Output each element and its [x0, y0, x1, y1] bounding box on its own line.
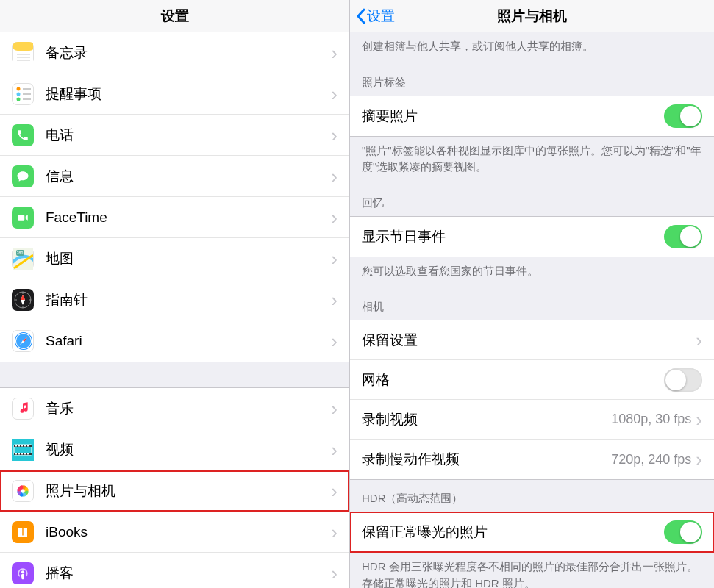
chevron-right-icon: ›: [331, 564, 338, 583]
row-label: 视频: [46, 440, 331, 459]
settings-row-safari[interactable]: Safari›: [0, 320, 349, 362]
settings-row-notes[interactable]: 备忘录›: [0, 32, 349, 74]
settings-row-reminders[interactable]: 提醒事项›: [0, 74, 349, 115]
setting-row[interactable]: 录制视频1080p, 30 fps›: [350, 400, 714, 440]
chevron-left-icon: [356, 8, 365, 24]
podcasts-icon: [12, 562, 34, 584]
maps-icon: 280: [12, 248, 34, 270]
back-label: 设置: [367, 7, 395, 26]
svg-rect-35: [21, 453, 23, 454]
chevron-right-icon: ›: [331, 331, 338, 351]
settings-row-podcasts[interactable]: 播客›: [0, 553, 349, 588]
section-footer: 创建相簿与他人共享，或订阅他人共享的相簿。: [350, 32, 714, 64]
setting-row[interactable]: 显示节日事件: [350, 217, 714, 257]
svg-rect-33: [15, 453, 17, 454]
setting-row[interactable]: 录制慢动作视频720p, 240 fps›: [350, 440, 714, 479]
settings-pane: 设置 备忘录›提醒事项›电话›信息›FaceTime›280地图›指南针›Saf…: [0, 0, 350, 588]
section-footer: HDR 会用三张曝光程度各不相同的照片的最佳部分合并出一张照片。存储正常曝光的照…: [350, 553, 714, 588]
row-label: 照片与相机: [46, 481, 331, 501]
settings-row-photos-camera[interactable]: 照片与相机›: [0, 470, 349, 512]
settings-row-videos[interactable]: 视频›: [0, 429, 349, 470]
section-header: 相机: [350, 288, 714, 320]
safari-icon: [12, 330, 34, 352]
svg-rect-29: [18, 445, 20, 446]
settings-list[interactable]: 备忘录›提醒事项›电话›信息›FaceTime›280地图›指南针›Safari…: [0, 32, 349, 588]
setting-row[interactable]: 网格: [350, 360, 714, 400]
section-header: 照片标签: [350, 64, 714, 96]
section-header: 回忆: [350, 184, 714, 216]
setting-row[interactable]: 保留正常曝光的照片: [350, 512, 714, 552]
chevron-right-icon: ›: [331, 85, 338, 104]
row-label: 网格: [362, 370, 664, 390]
section-footer: 您可以选取查看您国家的节日事件。: [350, 257, 714, 289]
row-label: 保留正常曝光的照片: [362, 523, 664, 542]
svg-point-6: [17, 87, 21, 90]
section-separator: [0, 362, 349, 388]
settings-row-maps[interactable]: 280地图›: [0, 238, 349, 279]
chevron-right-icon: ›: [331, 43, 338, 62]
settings-row-messages[interactable]: 信息›: [0, 156, 349, 197]
row-label: iBooks: [46, 524, 331, 540]
notes-icon: [12, 42, 34, 64]
row-label: 指南针: [46, 290, 331, 309]
chevron-right-icon: ›: [331, 249, 338, 268]
chevron-right-icon: ›: [331, 399, 338, 418]
chevron-right-icon: ›: [696, 410, 702, 429]
chevron-right-icon: ›: [696, 450, 702, 469]
svg-rect-12: [18, 215, 24, 220]
settings-row-ibooks[interactable]: iBooks›: [0, 512, 349, 553]
svg-rect-31: [24, 445, 26, 446]
row-label: 地图: [46, 249, 331, 268]
settings-row-facetime[interactable]: FaceTime›: [0, 197, 349, 238]
svg-rect-28: [15, 445, 17, 446]
toggle-switch[interactable]: [664, 104, 702, 128]
photos-camera-content[interactable]: 创建相簿与他人共享，或订阅他人共享的相簿。照片标签摘要照片"照片"标签能以各种视…: [350, 32, 714, 588]
svg-rect-0: [13, 42, 33, 51]
chevron-right-icon: ›: [331, 481, 338, 501]
toggle-switch[interactable]: [664, 225, 702, 248]
svg-point-7: [17, 92, 21, 96]
back-button[interactable]: 设置: [356, 7, 395, 26]
row-label: 显示节日事件: [362, 227, 664, 246]
svg-rect-30: [21, 445, 23, 446]
left-nav: 设置: [0, 0, 349, 32]
chevron-right-icon: ›: [331, 523, 338, 542]
settings-row-phone[interactable]: 电话›: [0, 115, 349, 156]
row-label: FaceTime: [46, 209, 331, 226]
page-title: 设置: [161, 7, 189, 26]
toggle-switch[interactable]: [664, 368, 702, 392]
chevron-right-icon: ›: [331, 440, 338, 459]
svg-point-8: [17, 97, 21, 101]
ibooks-icon: [12, 521, 34, 543]
photos-camera-pane: 设置 照片与相机 创建相簿与他人共享，或订阅他人共享的相簿。照片标签摘要照片"照…: [350, 0, 714, 588]
row-label: 录制慢动作视频: [362, 450, 611, 469]
setting-row[interactable]: 保留设置›: [350, 320, 714, 360]
music-icon: [12, 398, 34, 420]
chevron-right-icon: ›: [331, 208, 338, 227]
row-label: Safari: [46, 333, 331, 349]
setting-row[interactable]: 摘要照片: [350, 96, 714, 136]
row-label: 摘要照片: [362, 107, 664, 126]
row-detail: 1080p, 30 fps: [611, 412, 696, 427]
section-header: HDR（高动态范围）: [350, 480, 714, 512]
row-label: 提醒事项: [46, 85, 331, 104]
toggle-switch[interactable]: [664, 520, 702, 544]
settings-row-music[interactable]: 音乐›: [0, 388, 349, 429]
reminders-icon: [12, 83, 34, 105]
row-label: 电话: [46, 126, 331, 145]
row-label: 音乐: [46, 399, 331, 418]
compass-icon: [12, 289, 34, 311]
row-detail: 720p, 240 fps: [611, 452, 696, 467]
page-title: 照片与相机: [497, 7, 567, 26]
row-label: 录制视频: [362, 410, 611, 429]
messages-icon: [12, 165, 34, 187]
photos-icon: [12, 480, 34, 502]
facetime-icon: [12, 207, 34, 229]
svg-rect-37: [27, 453, 29, 454]
row-label: 备忘录: [46, 43, 331, 62]
videos-icon: [12, 439, 34, 461]
svg-rect-34: [18, 453, 20, 454]
svg-rect-32: [27, 445, 29, 446]
row-label: 保留设置: [362, 331, 696, 350]
settings-row-compass[interactable]: 指南针›: [0, 279, 349, 320]
